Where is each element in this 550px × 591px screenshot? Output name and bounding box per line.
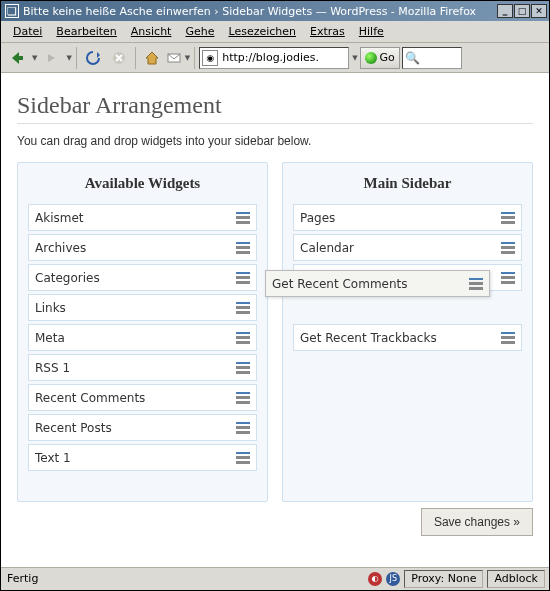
mail-button[interactable] <box>166 46 182 70</box>
available-title: Available Widgets <box>28 175 257 192</box>
drag-handle-icon[interactable] <box>236 450 250 466</box>
drag-handle-icon[interactable] <box>236 330 250 346</box>
svg-marker-7 <box>146 52 158 64</box>
widget-label: RSS 1 <box>35 361 236 375</box>
widget-item[interactable]: Pages <box>293 204 522 231</box>
widget-label: Archives <box>35 241 236 255</box>
drag-handle-icon[interactable] <box>236 210 250 226</box>
drag-handle-icon[interactable] <box>236 300 250 316</box>
widget-label: Meta <box>35 331 236 345</box>
widget-label: Pages <box>300 211 501 225</box>
status-text: Fertig <box>5 572 364 585</box>
url-dropdown-icon[interactable]: ▼ <box>352 54 357 62</box>
back-arrow-icon <box>8 49 26 67</box>
home-icon <box>144 50 160 66</box>
menu-bearbeiten[interactable]: Bearbeiten <box>50 23 122 40</box>
widget-item[interactable]: Akismet <box>28 204 257 231</box>
widget-item[interactable]: Links <box>28 294 257 321</box>
svg-marker-3 <box>97 52 100 58</box>
drag-handle-icon[interactable] <box>236 360 250 376</box>
drag-handle-icon[interactable] <box>501 210 515 226</box>
widget-item[interactable]: Recent Comments <box>28 384 257 411</box>
back-button[interactable] <box>5 46 29 70</box>
maximize-button[interactable]: □ <box>514 4 530 18</box>
reload-button[interactable] <box>81 46 105 70</box>
widget-label: Links <box>35 301 236 315</box>
app-icon: ❏ <box>5 4 19 18</box>
toolbar: ▼ ▼ ▼ ◉ http://blog.jodies. ▼ Go 🔍 <box>1 43 549 73</box>
page-icon: ◉ <box>202 50 218 66</box>
page-description: You can drag and drop widgets into your … <box>17 134 533 148</box>
menubar: Datei Bearbeiten Ansicht Gehe Lesezeiche… <box>1 21 549 43</box>
go-button[interactable]: Go <box>360 47 400 69</box>
drag-handle-icon[interactable] <box>236 390 250 406</box>
svg-marker-2 <box>48 54 55 62</box>
widget-label: Akismet <box>35 211 236 225</box>
noscript-icon[interactable]: ◐ <box>368 572 382 586</box>
dragging-widget-label: Get Recent Comments <box>272 277 469 291</box>
save-changes-button[interactable]: Save changes » <box>421 508 533 536</box>
widget-label: Text 1 <box>35 451 236 465</box>
available-widgets-panel: Available Widgets AkismetArchivesCategor… <box>17 162 268 502</box>
widget-item[interactable]: Categories <box>28 264 257 291</box>
widget-label: Categories <box>35 271 236 285</box>
widget-item[interactable]: Get Recent Trackbacks <box>293 324 522 351</box>
drag-handle-icon[interactable] <box>501 270 515 286</box>
svg-rect-1 <box>17 56 23 60</box>
drag-handle-icon[interactable] <box>236 270 250 286</box>
widget-label: Get Recent Trackbacks <box>300 331 501 345</box>
drag-handle-icon[interactable] <box>236 240 250 256</box>
stop-icon <box>111 50 127 66</box>
widget-item[interactable]: Recent Posts <box>28 414 257 441</box>
drag-handle-icon[interactable] <box>236 420 250 436</box>
stop-button[interactable] <box>107 46 131 70</box>
dragging-widget[interactable]: Get Recent Comments <box>265 270 490 297</box>
go-label: Go <box>380 51 395 64</box>
widget-label: Calendar <box>300 241 501 255</box>
menu-hilfe[interactable]: Hilfe <box>353 23 390 40</box>
back-dropdown-icon[interactable]: ▼ <box>32 54 37 62</box>
home-button[interactable] <box>140 46 164 70</box>
forward-arrow-icon <box>44 51 58 65</box>
search-input[interactable]: 🔍 <box>402 47 462 69</box>
window-title: Bitte keine heiße Asche einwerfen › Side… <box>23 5 497 18</box>
url-input[interactable]: ◉ http://blog.jodies. <box>199 47 349 69</box>
main-sidebar-panel: Main Sidebar PagesCalendarSearch Get Rec… <box>282 162 533 502</box>
widget-item[interactable]: Archives <box>28 234 257 261</box>
widget-label: Recent Posts <box>35 421 236 435</box>
page-heading: Sidebar Arrangement <box>17 92 533 124</box>
mail-icon <box>167 52 181 64</box>
sidebar-title: Main Sidebar <box>293 175 522 192</box>
window-titlebar: ❏ Bitte keine heiße Asche einwerfen › Si… <box>1 1 549 21</box>
proxy-status[interactable]: Proxy: None <box>404 570 483 588</box>
widget-item[interactable]: Text 1 <box>28 444 257 471</box>
menu-datei[interactable]: Datei <box>7 23 48 40</box>
reload-icon <box>85 50 101 66</box>
go-icon <box>365 52 377 64</box>
url-text: http://blog.jodies. <box>222 51 319 64</box>
forward-dropdown-icon[interactable]: ▼ <box>66 54 71 62</box>
adblock-status[interactable]: Adblock <box>487 570 545 588</box>
drop-gap[interactable] <box>293 294 522 324</box>
drag-handle-icon[interactable] <box>501 330 515 346</box>
widget-item[interactable]: RSS 1 <box>28 354 257 381</box>
mail-dropdown-icon[interactable]: ▼ <box>185 54 190 62</box>
search-icon: 🔍 <box>405 51 420 65</box>
minimize-button[interactable]: ‗ <box>497 4 513 18</box>
widget-item[interactable]: Meta <box>28 324 257 351</box>
widget-item[interactable]: Calendar <box>293 234 522 261</box>
statusbar: Fertig ◐ JS Proxy: None Adblock <box>1 567 549 589</box>
widget-panels: Available Widgets AkismetArchivesCategor… <box>17 162 533 502</box>
close-button[interactable]: ✕ <box>531 4 547 18</box>
forward-button[interactable] <box>39 46 63 70</box>
widget-label: Recent Comments <box>35 391 236 405</box>
drag-handle-icon[interactable] <box>469 276 483 292</box>
drag-handle-icon[interactable] <box>501 240 515 256</box>
menu-lesezeichen[interactable]: Lesezeichen <box>222 23 302 40</box>
page-content: Sidebar Arrangement You can drag and dro… <box>1 73 549 567</box>
js-icon[interactable]: JS <box>386 572 400 586</box>
menu-extras[interactable]: Extras <box>304 23 351 40</box>
menu-gehe[interactable]: Gehe <box>179 23 220 40</box>
menu-ansicht[interactable]: Ansicht <box>125 23 178 40</box>
